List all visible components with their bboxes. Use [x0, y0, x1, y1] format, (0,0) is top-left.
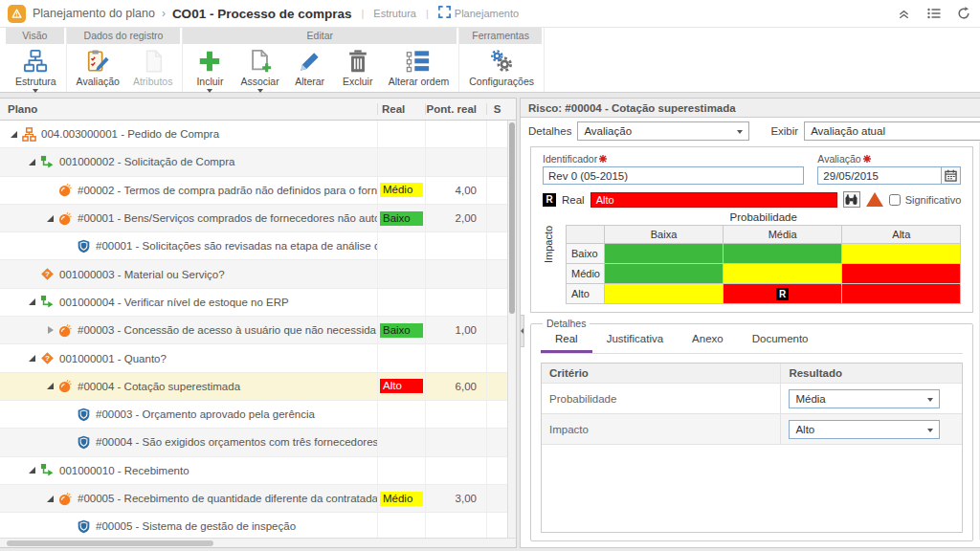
- tree-row[interactable]: ?001000003 - Material ou Serviço?: [0, 260, 507, 288]
- structure-button[interactable]: Estrutura: [10, 48, 62, 94]
- real-cell: [377, 457, 425, 484]
- settings-button[interactable]: Configurações: [463, 48, 540, 92]
- required-icon: [599, 155, 607, 163]
- matrix-cell[interactable]: [724, 244, 842, 264]
- tab-justificativa[interactable]: Justificativa: [592, 329, 678, 353]
- impacto-select[interactable]: Alto: [789, 420, 940, 439]
- tree-row[interactable]: 001000010 - Recebimento: [0, 457, 507, 485]
- list-menu-icon[interactable]: [926, 7, 941, 21]
- matrix-cell[interactable]: [605, 284, 724, 304]
- collapse-node-icon[interactable]: [8, 131, 20, 138]
- tab-real[interactable]: Real: [541, 329, 592, 353]
- toolbar-group-label: Visão: [6, 28, 64, 44]
- collapse-node-icon[interactable]: [44, 383, 56, 389]
- tree-row[interactable]: #00004 - São exigidos orçamentos com trê…: [0, 429, 507, 456]
- column-header-pont-real[interactable]: Pont. real: [425, 103, 486, 115]
- column-header-s[interactable]: S: [486, 103, 507, 115]
- toolbar-button-label: Configurações: [469, 76, 534, 87]
- expand-corners-icon: [438, 5, 451, 22]
- tab-documento[interactable]: Documento: [738, 329, 823, 353]
- matrix-cell[interactable]: R: [724, 284, 842, 304]
- collapse-node-icon[interactable]: [26, 298, 38, 305]
- s-cell: [486, 317, 507, 343]
- panel-filters: Detalhes Avaliação Exibir Avaliação atua…: [521, 118, 980, 143]
- binoculars-icon[interactable]: [843, 191, 860, 208]
- associate-button[interactable]: Associar: [234, 48, 284, 94]
- collapse-up-icon[interactable]: [897, 7, 911, 21]
- tree-row[interactable]: 001000004 - Verificar nível de estoque n…: [0, 289, 507, 317]
- delete-button[interactable]: Excluir: [335, 48, 381, 94]
- change-button[interactable]: Alterar: [287, 48, 333, 94]
- tree-row[interactable]: #00004 - Cotação superestimadaAlto6,00: [0, 373, 507, 401]
- calendar-icon[interactable]: [941, 166, 961, 185]
- risk-level-badge: Médio: [380, 492, 423, 506]
- vertical-scrollbar[interactable]: [507, 121, 516, 538]
- risk-level-badge: Médio: [380, 183, 423, 197]
- matrix-cell[interactable]: [842, 264, 961, 284]
- reorder-button[interactable]: Alterar ordem: [383, 48, 456, 94]
- collapse-node-icon[interactable]: [26, 159, 38, 165]
- scrollbar-thumb[interactable]: [7, 540, 213, 546]
- expand-node-icon[interactable]: [44, 326, 56, 334]
- tree-row[interactable]: ?001000001 - Quanto?: [0, 344, 507, 372]
- estrutura-link[interactable]: Estrutura: [373, 8, 416, 19]
- pont-real-cell: [425, 401, 486, 428]
- assessment-button[interactable]: Avaliação: [71, 48, 125, 92]
- matrix-cell[interactable]: [842, 244, 961, 264]
- significativo-checkbox[interactable]: [889, 194, 901, 206]
- probabilidade-select[interactable]: Média: [789, 389, 940, 408]
- horizontal-scrollbar[interactable]: [0, 538, 516, 547]
- toolbar-group-label: Editar: [183, 28, 457, 44]
- tree-node-label: 004.003000001 - Pedido de Compra: [41, 128, 219, 140]
- top-bar: Planejamento do plano › CO01 - Processo …: [0, 0, 980, 27]
- scrollbar-thumb[interactable]: [509, 122, 515, 314]
- tree-row[interactable]: 004.003000001 - Pedido de Compra: [0, 121, 507, 148]
- matrix-cell[interactable]: [842, 284, 961, 304]
- control-node-icon: [77, 408, 91, 422]
- tree-header: Plano Real Pont. real S: [0, 99, 516, 121]
- significativo-checkbox-label[interactable]: Significativo: [889, 194, 962, 206]
- tree-row[interactable]: #00002 - Termos de compra padrão não def…: [0, 177, 507, 205]
- tree-row[interactable]: 001000002 - Solicitação de Compra: [0, 148, 507, 176]
- real-cell: [377, 401, 425, 428]
- planejamento-link[interactable]: Planejamento: [438, 5, 519, 22]
- tree-row[interactable]: #00003 - Concessão de acesso à usuário q…: [0, 317, 507, 344]
- collapse-node-icon[interactable]: [26, 467, 38, 474]
- tree-row[interactable]: #00005 - Sistema de gestão de inspeção: [0, 513, 507, 538]
- risk-node-icon: [58, 183, 73, 197]
- pont-real-cell: [425, 429, 486, 455]
- chevron-down-icon: [927, 429, 933, 432]
- exibir-select[interactable]: Avaliação atual: [804, 121, 980, 141]
- refresh-icon[interactable]: [956, 7, 970, 21]
- matrix-cell[interactable]: [605, 264, 724, 284]
- breadcrumb-section[interactable]: Planejamento do plano: [33, 7, 155, 20]
- include-button[interactable]: Incluir: [187, 48, 233, 94]
- collapse-node-icon[interactable]: [44, 496, 56, 502]
- toolbar-group: EditarIncluirAssociarAlterarExcluirAlter…: [183, 28, 459, 92]
- tree-row[interactable]: #00005 - Recebimento de quantidade difer…: [0, 485, 507, 513]
- s-cell: [486, 513, 507, 538]
- detalhes-select[interactable]: Avaliação: [577, 121, 749, 141]
- matrix-cell[interactable]: [724, 264, 842, 284]
- column-header-plano[interactable]: Plano: [0, 103, 377, 115]
- tree-row[interactable]: #00001 - Solicitações são revisadas na e…: [0, 232, 507, 260]
- tab-anexo[interactable]: Anexo: [678, 329, 738, 353]
- chevron-down-icon: [257, 89, 263, 93]
- risk-node-icon: [58, 379, 73, 393]
- tree-row[interactable]: #00001 - Bens/Serviços comprados de forn…: [0, 205, 507, 232]
- matrix-cell[interactable]: [605, 244, 724, 264]
- identificador-input[interactable]: [543, 166, 804, 185]
- activity-node-icon: [40, 463, 55, 477]
- pont-real-cell: [425, 289, 486, 316]
- detalhes-legend: Detalhes: [543, 318, 590, 329]
- avaliacao-date-input[interactable]: [817, 166, 941, 185]
- real-cell: Médio: [377, 485, 425, 512]
- collapse-node-icon[interactable]: [26, 355, 38, 362]
- chevron-down-icon: [33, 89, 38, 93]
- divider: |: [423, 8, 432, 19]
- tree-node-label: 001000004 - Verificar nível de estoque n…: [59, 297, 289, 308]
- column-header-real[interactable]: Real: [377, 103, 425, 115]
- tree-row[interactable]: #00003 - Orçamento aprovado pela gerênci…: [0, 401, 507, 429]
- collapse-node-icon[interactable]: [44, 215, 56, 222]
- real-label: Real: [562, 194, 585, 206]
